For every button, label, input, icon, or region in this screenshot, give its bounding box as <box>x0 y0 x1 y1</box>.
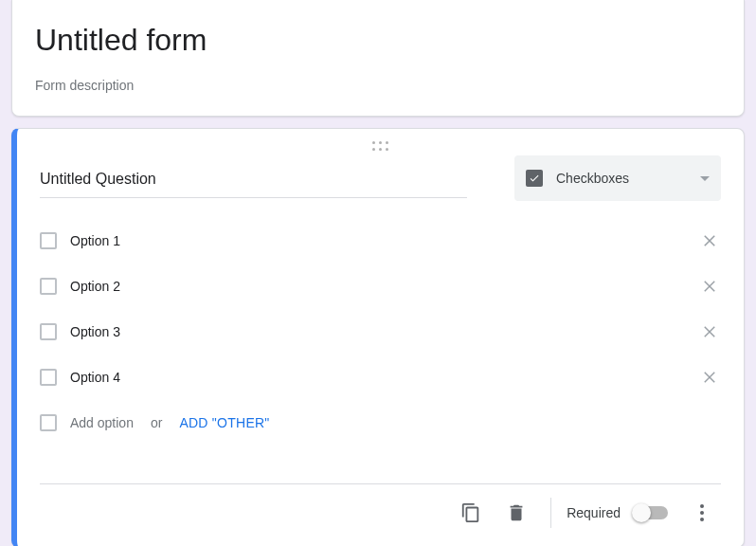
option-input[interactable]: Option 2 <box>70 279 685 294</box>
question-title-input[interactable] <box>40 163 467 198</box>
add-option-button[interactable]: Add option <box>70 415 134 430</box>
chevron-down-icon <box>700 176 710 181</box>
drag-handle-icon[interactable] <box>17 136 744 155</box>
add-option-or-label: or <box>151 415 162 430</box>
more-options-button[interactable] <box>683 494 721 532</box>
remove-option-button[interactable] <box>698 366 721 389</box>
remove-option-button[interactable] <box>698 320 721 343</box>
footer-divider <box>550 498 551 528</box>
checkbox-icon <box>40 369 57 386</box>
option-input[interactable]: Option 3 <box>70 324 685 339</box>
add-other-button[interactable]: ADD "OTHER" <box>179 415 269 430</box>
option-row: Option 2 <box>40 264 721 309</box>
required-label: Required <box>567 505 621 520</box>
checkbox-type-icon <box>526 170 543 187</box>
remove-option-button[interactable] <box>698 275 721 298</box>
option-row: Option 1 <box>40 218 721 264</box>
checkbox-icon <box>40 323 57 340</box>
checkbox-icon <box>40 278 57 295</box>
remove-option-button[interactable] <box>698 229 721 252</box>
option-input[interactable]: Option 4 <box>70 370 685 385</box>
form-description[interactable]: Form description <box>35 78 721 93</box>
options-list: Option 1 Option 2 Option 3 <box>40 218 721 446</box>
question-footer: Required <box>40 483 721 546</box>
option-row: Option 3 <box>40 309 721 355</box>
duplicate-button[interactable] <box>452 494 490 532</box>
required-toggle[interactable] <box>634 506 668 519</box>
question-type-selector[interactable]: Checkboxes <box>514 155 721 201</box>
delete-button[interactable] <box>497 494 535 532</box>
question-type-label: Checkboxes <box>556 171 687 186</box>
question-card: Checkboxes Option 1 Option 2 <box>11 128 745 546</box>
form-header-card: Untitled form Form description <box>11 0 745 117</box>
add-option-row: Add option or ADD "OTHER" <box>40 400 721 446</box>
option-row: Option 4 <box>40 355 721 400</box>
option-input[interactable]: Option 1 <box>70 233 685 248</box>
checkbox-icon <box>40 232 57 249</box>
form-title[interactable]: Untitled form <box>35 21 721 59</box>
checkbox-icon <box>40 414 57 431</box>
